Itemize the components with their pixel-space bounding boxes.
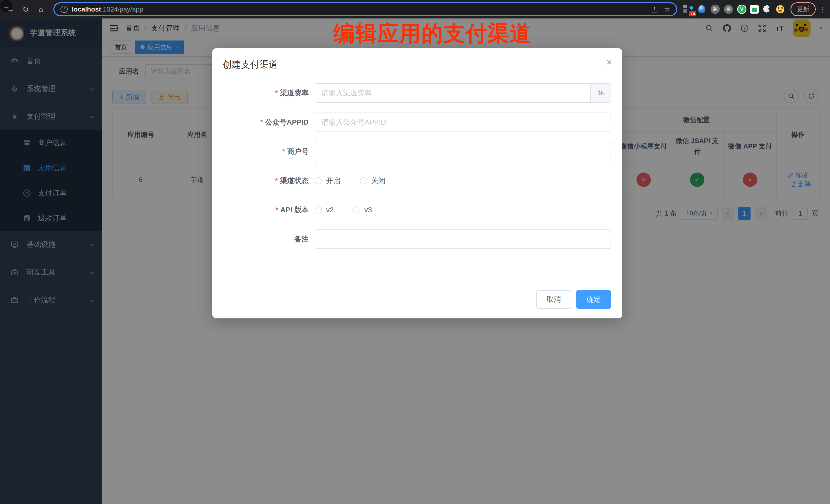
extension-balloon-icon[interactable] [697,4,707,14]
address-bar[interactable]: i localhost:1024/pay/app ↑ ☆ [53,2,677,16]
create-pay-channel-dialog: 创建支付渠道 × *渠道费率 % *公众号APPID [212,48,622,318]
required-mark: * [275,177,278,185]
radio-circle-icon [315,177,322,184]
extensions-puzzle-icon[interactable] [762,4,772,14]
extension-diamond-icon[interactable]: ◆ 10 [683,4,694,14]
screen: ← → ↻ ⌂ i localhost:1024/pay/app ↑ ☆ ◆ 1… [0,0,830,504]
cancel-button[interactable]: 取消 [536,290,571,309]
required-mark: * [260,118,263,126]
extension-chat-icon[interactable] [750,5,759,13]
site-info-icon[interactable]: i [61,6,68,13]
radio-circle-icon [360,177,367,184]
required-mark: * [282,148,285,155]
browser-forward-button[interactable]: → [0,0,12,12]
merchant-id-input[interactable] [315,142,611,161]
bookmark-star-icon[interactable]: ☆ [664,5,670,13]
profile-emoji-icon[interactable] [775,4,786,14]
app-root: 芋道管理系统 首页 ⚙ 系统管理 ¥ 支付管理 [0,19,830,504]
share-icon[interactable]: ↑ [652,5,657,13]
extension-badge: 10 [689,11,696,17]
dialog-title: 创建支付渠道 [223,59,278,70]
field-channel-status: *渠道状态 开启 关闭 [223,171,611,190]
field-api-version: *API 版本 v2 v3 [223,200,611,220]
channel-rate-input[interactable] [315,83,590,103]
field-remark: 备注 [223,229,611,249]
radio-status-closed[interactable]: 关闭 [360,176,385,186]
confirm-button[interactable]: 确定 [576,290,611,309]
browser-home-button[interactable]: ⌂ [35,3,47,15]
browser-chrome: ← → ↻ ⌂ i localhost:1024/pay/app ↑ ☆ ◆ 1… [0,0,830,19]
browser-menu-icon[interactable]: ⋮ [819,5,826,13]
field-merchant-id: *商户号 [223,142,611,161]
browser-update-button[interactable]: 更新 [791,2,816,16]
radio-api-v2[interactable]: v2 [315,206,334,214]
extension-command-icon[interactable]: ⌘ [710,4,720,14]
extension-v-icon[interactable]: V [737,4,747,14]
field-appid: *公众号APPID [223,113,611,132]
required-mark: * [275,89,278,97]
remark-input[interactable] [315,229,611,249]
field-channel-rate: *渠道费率 % [223,83,611,103]
browser-reload-button[interactable]: ↻ [20,3,32,15]
extension-dot-icon[interactable] [723,4,734,14]
url-text: localhost:1024/pay/app [72,5,143,13]
dialog-close-icon[interactable]: × [606,57,612,67]
radio-circle-icon [353,207,360,214]
annotation-text: 编辑应用的支付渠道 [333,22,532,44]
radio-circle-icon [315,207,322,214]
official-appid-input[interactable] [315,113,611,132]
radio-api-v3[interactable]: v3 [353,206,372,214]
percent-suffix: % [590,83,611,103]
radio-status-open[interactable]: 开启 [315,176,341,186]
required-mark: * [276,206,278,214]
